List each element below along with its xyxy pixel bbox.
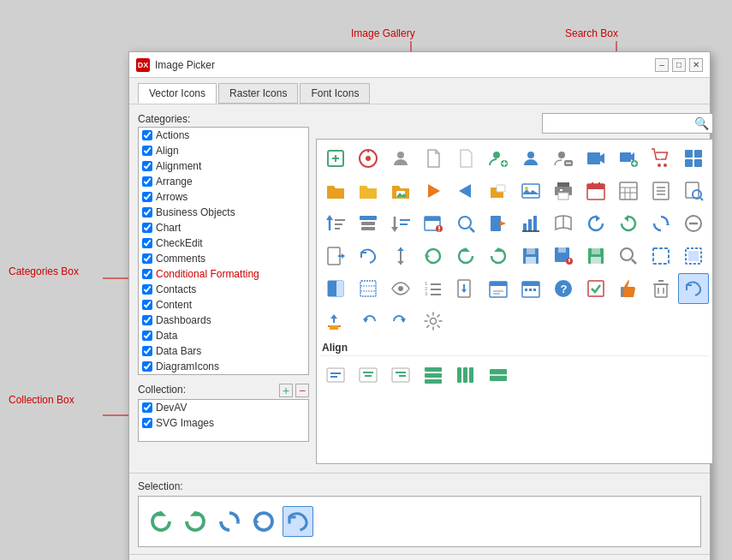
icon-list-numbered[interactable]: 123 (418, 273, 449, 304)
icon-help-question[interactable]: ? (548, 273, 579, 304)
collection-listbox[interactable]: DevAV SVG Images (138, 399, 309, 442)
col-devav[interactable]: DevAV (139, 400, 308, 415)
search-input[interactable] (546, 117, 694, 129)
icon-minus-circle[interactable] (678, 208, 709, 239)
sel-icon-1[interactable] (146, 506, 176, 537)
icon-undo-selected[interactable] (678, 273, 709, 304)
icon-folder-yellow[interactable] (353, 176, 384, 206)
image-gallery[interactable]: 123 ? (316, 139, 713, 464)
icon-refresh-blue-1[interactable] (580, 208, 611, 239)
icon-calendar-red[interactable] (580, 176, 611, 206)
tab-font-icons[interactable]: Font Icons (300, 83, 370, 104)
sel-icon-3[interactable] (214, 506, 245, 537)
icon-refresh-blue-2[interactable] (646, 208, 676, 239)
icon-compass[interactable] (353, 143, 384, 174)
icon-file-blank[interactable] (418, 143, 449, 174)
icon-file-white[interactable] (450, 143, 481, 174)
icon-select-right[interactable] (320, 273, 351, 304)
icon-find[interactable] (613, 241, 644, 271)
icon-save-warning[interactable] (548, 241, 579, 271)
icon-align-stretch-h[interactable] (483, 360, 514, 390)
icon-chart-bar[interactable] (515, 208, 546, 239)
icon-calendar-month[interactable] (515, 273, 546, 304)
icon-book-open[interactable] (548, 208, 579, 239)
cat-contacts[interactable]: Contacts (139, 282, 308, 297)
cat-checkedit[interactable]: CheckEdit (139, 235, 308, 251)
icon-select-striped[interactable] (353, 273, 384, 304)
icon-trash[interactable] (646, 273, 676, 304)
icon-rotate-back[interactable] (353, 306, 384, 337)
icon-doc-export[interactable] (320, 241, 351, 271)
search-box[interactable]: 🔍 (542, 113, 713, 134)
cat-arrows[interactable]: Arrows (139, 189, 308, 205)
icon-settings-gear[interactable] (418, 306, 449, 337)
icon-search-magnify[interactable] (450, 208, 481, 239)
icon-user-blue[interactable] (515, 143, 546, 174)
icon-align-left-border[interactable] (320, 360, 351, 390)
cat-data-bars[interactable]: Data Bars (139, 343, 308, 359)
cat-chart[interactable]: Chart (139, 220, 308, 235)
icon-calendar-list[interactable] (483, 273, 514, 304)
icon-eye-view[interactable] (385, 273, 416, 304)
icon-video-blue[interactable] (580, 143, 611, 174)
search-icon[interactable]: 🔍 (694, 116, 709, 130)
icon-folder-image[interactable] (385, 176, 416, 206)
cat-alignment[interactable]: Alignment (139, 158, 308, 174)
icon-reload-green-2[interactable] (483, 241, 514, 271)
icon-refresh-cw[interactable] (418, 241, 449, 271)
icon-refresh-green[interactable] (613, 208, 644, 239)
cat-edit[interactable]: Edit (139, 374, 308, 375)
icon-folder-open-yellow[interactable] (320, 176, 351, 206)
icon-align-cols[interactable] (450, 360, 481, 390)
icon-save-green[interactable] (580, 241, 611, 271)
cat-comments[interactable]: Comments (139, 251, 308, 266)
icon-sort-arrows[interactable] (385, 241, 416, 271)
icon-export-right[interactable] (483, 208, 514, 239)
icon-image-gallery[interactable] (515, 176, 546, 206)
icon-upload-arrow[interactable] (320, 306, 351, 337)
icon-add-grid[interactable] (320, 143, 351, 174)
cat-diagram-icons[interactable]: DiagramIcons (139, 359, 308, 374)
icon-align-center[interactable] (353, 360, 384, 390)
cat-content[interactable]: Content (139, 297, 308, 313)
icon-list-doc[interactable] (646, 176, 676, 206)
icon-user-gray[interactable] (385, 143, 416, 174)
icon-select-dashed[interactable] (646, 241, 676, 271)
cat-business-objects[interactable]: Business Objects (139, 205, 308, 220)
icon-undo-left[interactable] (353, 241, 384, 271)
icon-rotate-fwd[interactable] (385, 306, 416, 337)
cat-data[interactable]: Data (139, 328, 308, 343)
icon-align-rows[interactable] (418, 360, 449, 390)
icon-sort-up[interactable] (320, 208, 351, 239)
icon-task-check[interactable] (580, 273, 611, 304)
icon-thumb-up[interactable] (613, 273, 644, 304)
icon-play-orange[interactable] (418, 176, 449, 206)
sel-icon-5-selected[interactable] (283, 506, 313, 537)
sel-icon-2[interactable] (180, 506, 211, 537)
icon-add-video[interactable] (613, 143, 644, 174)
categories-listbox[interactable]: Actions Align Alignment Arrange Arrows B… (138, 127, 309, 375)
icon-calendar-alert[interactable] (418, 208, 449, 239)
icon-search-doc[interactable] (678, 176, 709, 206)
icon-save-blue[interactable] (515, 241, 546, 271)
icon-align-right-border[interactable] (385, 360, 416, 390)
icon-chat-user[interactable] (548, 143, 579, 174)
minimize-button[interactable]: – (655, 58, 669, 72)
cat-actions[interactable]: Actions (139, 128, 308, 143)
icon-sort-group[interactable] (353, 208, 384, 239)
icon-reload-green-1[interactable] (450, 241, 481, 271)
icon-table[interactable] (613, 176, 644, 206)
icon-sort-down[interactable] (385, 208, 416, 239)
sel-icon-4[interactable] (248, 506, 279, 537)
cat-arrange[interactable]: Arrange (139, 174, 308, 189)
tab-vector-icons[interactable]: Vector Icons (138, 83, 217, 104)
icon-folder-copy[interactable] (483, 176, 514, 206)
icon-cart-red[interactable] (646, 143, 676, 174)
icon-grid-blue[interactable] (678, 143, 709, 174)
maximize-button[interactable]: □ (672, 58, 686, 72)
icon-add-user-green[interactable] (483, 143, 514, 174)
remove-collection-button[interactable]: − (295, 384, 309, 397)
cat-conditional-formatting[interactable]: Conditional Formatting (139, 266, 308, 282)
icon-printer[interactable] (548, 176, 579, 206)
icon-play-blue-left[interactable] (450, 176, 481, 206)
